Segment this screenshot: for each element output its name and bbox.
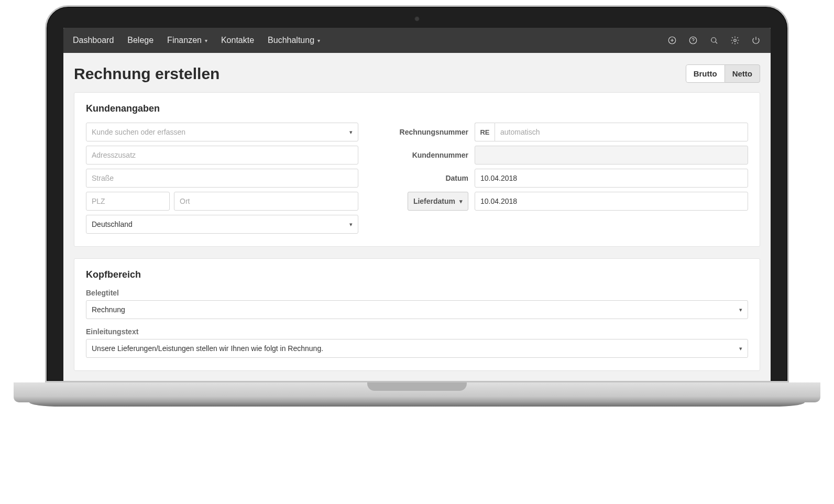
nav-dashboard[interactable]: Dashboard [73, 36, 114, 45]
card-heading: Kundenangaben [86, 103, 748, 114]
city-input[interactable] [174, 192, 358, 211]
country-select[interactable]: Deutschland ▾ [86, 215, 358, 234]
label-customer-number: Kundennummer [390, 151, 468, 159]
laptop-base [14, 382, 820, 402]
customer-number-input[interactable] [475, 146, 748, 165]
page-title: Rechnung erstellen [74, 65, 220, 83]
page-header: Rechnung erstellen Brutto Netto [74, 64, 760, 83]
address-addon-input[interactable] [86, 146, 358, 165]
customer-search-select[interactable]: Kunde suchen oder erfassen ▾ [86, 123, 358, 141]
card-customer: Kundenangaben Kunde suchen oder erfassen… [74, 92, 760, 247]
chevron-down-icon: ▾ [349, 221, 353, 228]
nav-left: Dashboard Belege Finanzen ▾ Kontakte Buc… [73, 36, 320, 45]
svg-line-6 [716, 42, 717, 43]
row-date: Datum [390, 169, 748, 188]
nav-label: Kontakte [221, 36, 254, 45]
delivery-date-type-select[interactable]: Lieferdatum ▾ [408, 192, 468, 211]
street-input[interactable] [86, 169, 358, 188]
toggle-netto[interactable]: Netto [725, 64, 760, 83]
chevron-down-icon: ▾ [349, 129, 353, 136]
nav-label: Belege [127, 36, 153, 45]
select-value: Lieferdatum [413, 197, 455, 205]
power-icon[interactable] [751, 35, 761, 46]
chevron-down-icon: ▾ [459, 198, 463, 205]
meta-column: Rechnungsnummer RE Kundennummer [390, 123, 748, 234]
nav-right [667, 35, 761, 46]
customer-grid: Kunde suchen oder erfassen ▾ Deutschland [86, 123, 748, 234]
zip-city-row [86, 192, 358, 211]
invoice-number-group: RE [475, 123, 748, 141]
select-value: Rechnung [92, 305, 125, 314]
brutto-netto-toggle: Brutto Netto [686, 64, 760, 83]
nav-buchhaltung[interactable]: Buchhaltung ▾ [268, 36, 320, 45]
invoice-number-prefix: RE [475, 123, 495, 141]
address-column: Kunde suchen oder erfassen ▾ Deutschland [86, 123, 358, 234]
help-icon[interactable] [688, 35, 698, 46]
chevron-down-icon: ▾ [317, 38, 320, 43]
select-placeholder: Kunde suchen oder erfassen [92, 128, 185, 136]
label-invoice-number: Rechnungsnummer [390, 128, 468, 136]
svg-point-5 [711, 38, 716, 42]
select-value: Deutschland [92, 220, 133, 228]
page-body: Rechnung erstellen Brutto Netto Kundenan… [63, 53, 771, 381]
laptop-frame: Dashboard Belege Finanzen ▾ Kontakte Buc… [45, 5, 789, 407]
date-input[interactable] [475, 169, 748, 188]
select-value: Unsere Lieferungen/Leistungen stellen wi… [92, 344, 323, 353]
svg-point-4 [693, 42, 694, 42]
label-date: Datum [390, 174, 468, 182]
chevron-down-icon: ▾ [739, 306, 742, 313]
app-screen: Dashboard Belege Finanzen ▾ Kontakte Buc… [63, 28, 771, 381]
row-customer-number: Kundennummer [390, 146, 748, 165]
chevron-down-icon: ▾ [739, 345, 742, 352]
laptop-foot [29, 402, 805, 407]
delivery-date-input[interactable] [475, 192, 748, 211]
row-invoice-number: Rechnungsnummer RE [390, 123, 748, 141]
search-icon[interactable] [709, 35, 719, 46]
row-delivery-date: Lieferdatum ▾ [390, 192, 748, 211]
toggle-brutto[interactable]: Brutto [686, 64, 725, 83]
gear-icon[interactable] [730, 35, 740, 46]
topbar: Dashboard Belege Finanzen ▾ Kontakte Buc… [63, 28, 771, 53]
nav-belege[interactable]: Belege [127, 36, 153, 45]
einleitungstext-select[interactable]: Unsere Lieferungen/Leistungen stellen wi… [86, 339, 748, 358]
label-einleitungstext: Einleitungstext [86, 327, 748, 336]
nav-label: Dashboard [73, 36, 114, 45]
laptop-camera [414, 16, 420, 21]
zip-input[interactable] [86, 192, 170, 211]
label-belegtitel: Belegtitel [86, 289, 748, 297]
add-icon[interactable] [667, 35, 677, 46]
card-heading: Kopfbereich [86, 269, 748, 280]
nav-finanzen[interactable]: Finanzen ▾ [167, 36, 207, 45]
screen-bezel: Dashboard Belege Finanzen ▾ Kontakte Buc… [45, 5, 789, 382]
svg-point-7 [734, 39, 737, 42]
chevron-down-icon: ▾ [205, 38, 207, 43]
card-head-section: Kopfbereich Belegtitel Rechnung ▾ Einlei… [74, 258, 760, 371]
nav-label: Finanzen [167, 36, 202, 45]
invoice-number-input[interactable] [495, 123, 748, 141]
belegtitel-select[interactable]: Rechnung ▾ [86, 300, 748, 319]
nav-label: Buchhaltung [268, 36, 314, 45]
nav-kontakte[interactable]: Kontakte [221, 36, 254, 45]
